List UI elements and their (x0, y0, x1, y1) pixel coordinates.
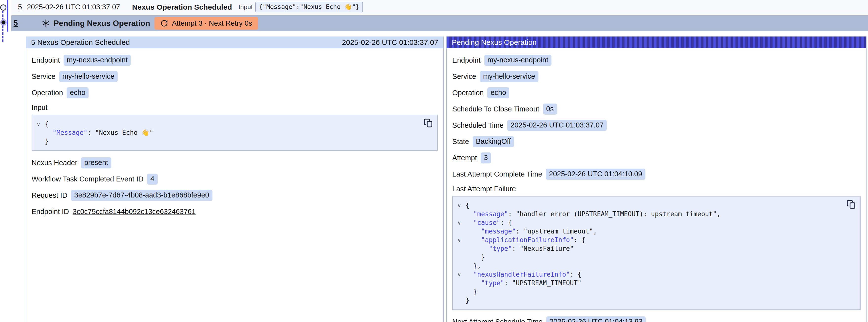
input-section-label: Input (32, 103, 438, 112)
panel-timestamp: 2025-02-26 UTC 01:03:37.07 (342, 38, 438, 46)
code-line-text: { (45, 120, 49, 128)
field-last-attempt-complete-time: Last Attempt Complete Time 2025-02-26 UT… (452, 169, 861, 180)
collapse-chevron-icon[interactable]: ∨ (453, 236, 466, 244)
collapse-chevron-icon[interactable]: ∨ (32, 120, 45, 128)
input-code-block: ∨{∨ "Message": "Nexus Echo 👋"∨} (32, 115, 438, 151)
json-viewer: ∨{∨ "Message": "Nexus Echo 👋"∨} (32, 120, 417, 146)
last-attempt-failure-label: Last Attempt Failure (452, 185, 861, 193)
field-request-id: Request ID 3e829b7e-7d67-4b08-aad3-b1e86… (32, 190, 438, 201)
field-endpoint: Endpoint my-nexus-endpoint (32, 55, 438, 66)
pending-asterisk-icon (42, 19, 50, 27)
field-endpoint-id: Endpoint ID 3c0c75ccfa8144b092c13ce63246… (32, 206, 438, 217)
attempt-badge-text: Attempt 3 · Next Retry 0s (172, 19, 252, 27)
field-operation: Operation echo (452, 87, 861, 98)
field-value-badge: my-hello-service (480, 71, 538, 82)
code-line-text: }, (466, 262, 481, 270)
field-value-badge: echo (487, 87, 509, 98)
timeline-dashed-connector (2, 11, 3, 42)
copy-button[interactable] (424, 118, 433, 128)
field-value-badge: 0s (543, 103, 557, 115)
event-title: Nexus Operation Scheduled (132, 3, 232, 11)
field-service: Service my-hello-service (32, 71, 438, 82)
field-value-badge: my-hello-service (59, 71, 118, 82)
input-preview-badge: {"Message":"Nexus Echo 👋"} (255, 2, 363, 12)
field-scheduled-time: Scheduled Time 2025-02-26 UTC 01:03:37.0… (452, 120, 861, 131)
field-service: Service my-hello-service (452, 71, 861, 82)
field-nexus-header: Nexus Header present (32, 157, 438, 168)
timeline-open-node-icon (0, 4, 6, 10)
copy-button[interactable] (846, 200, 856, 210)
copy-icon (846, 200, 856, 209)
panel-body: Endpoint my-nexus-endpoint Service my-he… (26, 48, 443, 217)
collapse-chevron-icon[interactable]: ∨ (453, 270, 466, 279)
timeline-active-bar (7, 0, 8, 32)
code-line-text: "Message": "Nexus Echo 👋" (45, 128, 153, 137)
code-line-text: } (466, 288, 477, 296)
collapse-chevron-icon[interactable]: ∨ (453, 201, 466, 210)
event-detail-panels: 5 Nexus Operation Scheduled 2025-02-26 U… (26, 36, 867, 322)
field-value-badge: 2025-02-26 UTC 01:04:13.93 (546, 316, 646, 322)
field-schedule-to-close-timeout: Schedule To Close Timeout 0s (452, 103, 861, 115)
retry-icon (160, 20, 168, 27)
history-row-nexus-operation-scheduled[interactable]: 5 2025-02-26 UTC 01:03:37.07 Nexus Opera… (11, 0, 868, 14)
attempt-retry-badge: Attempt 3 · Next Retry 0s (154, 17, 258, 30)
field-operation: Operation echo (32, 87, 438, 98)
field-value-badge: 4 (147, 173, 157, 185)
field-value-badge: echo (67, 87, 89, 98)
code-line-text: } (466, 296, 469, 305)
field-value-badge: 2025-02-26 UTC 01:04:10.09 (546, 169, 645, 180)
panel-nexus-operation-scheduled: 5 Nexus Operation Scheduled 2025-02-26 U… (26, 36, 444, 322)
panel-body: Endpoint my-nexus-endpoint Service my-he… (447, 48, 866, 322)
panel-pending-nexus-operation: Pending Nexus Operation Endpoint my-nexu… (446, 36, 867, 322)
code-line-text: "type": "UPSTREAM_TIMEOUT" (466, 279, 582, 288)
field-value-badge: 2025-02-26 UTC 01:03:37.07 (507, 120, 607, 131)
event-id-link[interactable]: 5 (18, 3, 22, 11)
code-line-text: } (45, 137, 49, 146)
endpoint-id-link[interactable]: 3c0c75ccfa8144b092c13ce632463761 (73, 207, 196, 216)
code-line-text: { (466, 201, 469, 210)
copy-icon (424, 118, 433, 128)
json-viewer: ∨{∨ "message": "handler error (UPSTREAM_… (453, 201, 840, 305)
panel-title: 5 Nexus Operation Scheduled (31, 38, 130, 46)
input-label: Input (239, 3, 253, 11)
field-value-badge: my-nexus-endpoint (484, 55, 552, 66)
panel-header-striped: Pending Nexus Operation (447, 36, 866, 48)
code-line-text: "type": "NexusFailure" (466, 244, 574, 253)
code-line-text: "message": "handler error (UPSTREAM_TIME… (466, 210, 720, 219)
code-line-text: "nexusHandlerFailureInfo": { (466, 270, 582, 279)
code-line-text: } (466, 253, 485, 262)
field-attempt: Attempt 3 (452, 152, 861, 163)
code-line-text: "applicationFailureInfo": { (466, 236, 585, 244)
field-value-badge: 3 (480, 152, 491, 163)
timeline-current-node-icon (0, 19, 7, 26)
field-value-badge: 3e829b7e-7d67-4b08-aad3-b1e868bfe9e0 (71, 190, 212, 201)
pending-event-title: Pending Nexus Operation (54, 19, 150, 28)
panel-header: 5 Nexus Operation Scheduled 2025-02-26 U… (26, 36, 443, 48)
field-endpoint: Endpoint my-nexus-endpoint (452, 55, 861, 66)
panel-title: Pending Nexus Operation (452, 38, 537, 46)
field-value-badge: my-nexus-endpoint (64, 55, 131, 66)
field-next-attempt-schedule-time: Next Attempt Schedule Time 2025-02-26 UT… (452, 316, 861, 322)
code-line-text: "message": "upstream timeout", (466, 227, 597, 236)
event-id-link[interactable]: 5 (13, 19, 18, 28)
field-value-badge: BackingOff (473, 136, 514, 147)
field-value-badge: present (81, 157, 111, 168)
code-line-text: "cause": { (466, 219, 512, 227)
history-row-pending-nexus-operation[interactable]: 5 Pending Nexus Operation Attempt 3 · Ne… (11, 15, 868, 31)
event-timestamp: 2025-02-26 UTC 01:03:37.07 (27, 3, 120, 11)
failure-code-block: ∨{∨ "message": "handler error (UPSTREAM_… (452, 196, 861, 310)
collapse-chevron-icon[interactable]: ∨ (453, 219, 466, 227)
field-state: State BackingOff (452, 136, 861, 147)
field-workflow-task-completed-event-id: Workflow Task Completed Event ID 4 (32, 173, 438, 185)
event-timeline-rail (0, 0, 11, 47)
